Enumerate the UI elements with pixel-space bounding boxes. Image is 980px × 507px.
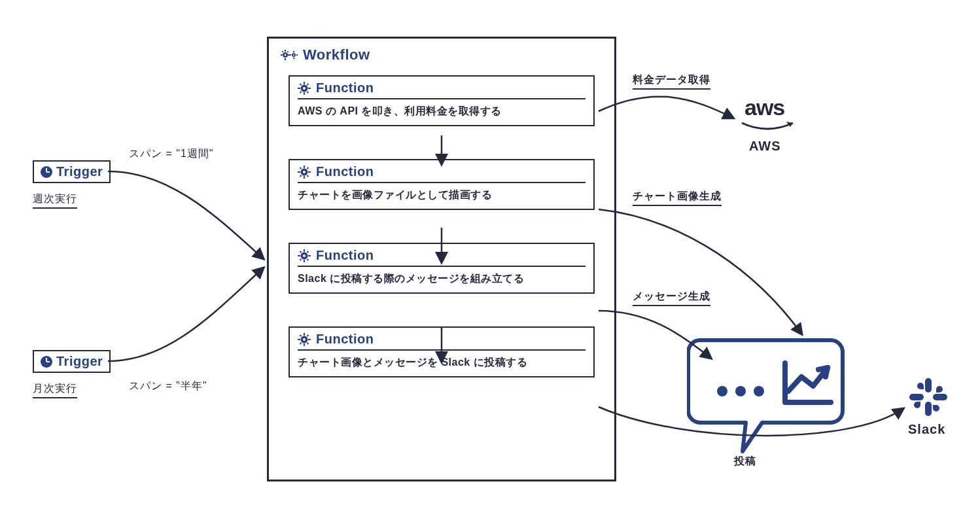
message-bubble-icon <box>687 334 857 457</box>
svg-rect-25 <box>304 166 305 168</box>
function-title: Function <box>316 164 374 179</box>
svg-rect-21 <box>300 91 302 94</box>
slack-logo-icon <box>908 377 949 420</box>
svg-point-43 <box>303 254 306 257</box>
trigger-weekly-caption: 週次実行 <box>33 192 77 209</box>
trigger-weekly: Trigger <box>33 160 111 183</box>
svg-rect-20 <box>307 83 309 86</box>
svg-rect-35 <box>304 249 305 252</box>
function-4: Function チャート画像とメッセージを Slack に投稿する <box>289 326 595 377</box>
svg-rect-30 <box>307 167 309 169</box>
svg-rect-37 <box>298 255 300 256</box>
function-desc: チャートを画像ファイルとして描画する <box>298 188 586 202</box>
svg-rect-58 <box>925 378 932 393</box>
clock-icon <box>41 166 52 178</box>
svg-rect-17 <box>298 88 300 89</box>
workflow-title: Workflow <box>303 46 370 63</box>
svg-rect-51 <box>300 342 302 345</box>
edge-label-message: メッセージ生成 <box>633 290 710 306</box>
svg-rect-26 <box>304 176 305 179</box>
svg-point-13 <box>293 54 294 56</box>
workflow-header: Workflow <box>281 46 603 63</box>
functions-list: Function AWS の API を叩き、利用料金を取得する <box>281 73 603 377</box>
svg-rect-6 <box>287 51 289 53</box>
svg-rect-18 <box>308 88 311 89</box>
function-desc: Slack に投稿する際のメッセージを組み立てる <box>298 272 586 286</box>
trigger-monthly-caption: 月次実行 <box>33 382 77 398</box>
edge-label-fetch: 料金データ取得 <box>633 73 710 90</box>
svg-rect-47 <box>298 339 300 340</box>
svg-rect-45 <box>304 333 305 336</box>
svg-rect-16 <box>304 92 305 95</box>
gear-icon <box>298 333 311 346</box>
trigger-title: Trigger <box>56 164 103 179</box>
trigger-monthly-span: スパン = "半年" <box>129 379 207 393</box>
svg-text:aws: aws <box>744 97 784 120</box>
function-3: Function Slack に投稿する際のメッセージを組み立てる <box>289 243 595 294</box>
svg-point-23 <box>303 87 306 90</box>
svg-rect-28 <box>308 171 311 173</box>
svg-rect-61 <box>909 394 924 400</box>
svg-rect-15 <box>304 82 305 84</box>
svg-rect-59 <box>933 394 947 400</box>
slack-label: Slack <box>908 422 945 437</box>
svg-rect-27 <box>298 171 300 173</box>
svg-rect-29 <box>300 167 302 169</box>
svg-point-57 <box>754 386 764 396</box>
function-title: Function <box>316 332 374 347</box>
gear-icon <box>298 249 311 262</box>
svg-rect-2 <box>285 58 286 60</box>
aws-logo-icon: aws <box>738 97 797 139</box>
svg-rect-31 <box>300 175 302 177</box>
svg-rect-3 <box>281 54 283 56</box>
svg-rect-39 <box>300 251 302 253</box>
svg-rect-32 <box>307 175 309 177</box>
svg-rect-46 <box>304 343 305 346</box>
function-desc: AWS の API を叩き、利用料金を取得する <box>298 105 586 118</box>
edge-label-chart: チャート画像生成 <box>633 190 722 206</box>
function-title: Function <box>316 80 374 96</box>
trigger-title: Trigger <box>56 354 103 369</box>
svg-rect-5 <box>282 51 284 53</box>
svg-rect-22 <box>307 91 309 94</box>
trigger-weekly-span: スパン = "1週間" <box>129 147 214 161</box>
aws-label: AWS <box>749 139 781 154</box>
svg-rect-19 <box>300 83 302 86</box>
gears-icon <box>281 48 299 61</box>
svg-rect-10 <box>293 58 294 59</box>
svg-point-55 <box>717 386 727 396</box>
gear-icon <box>298 166 311 179</box>
svg-rect-50 <box>307 334 309 337</box>
svg-rect-49 <box>300 334 302 337</box>
svg-point-56 <box>735 386 746 396</box>
svg-rect-36 <box>304 260 305 262</box>
svg-point-33 <box>303 171 306 173</box>
svg-point-7 <box>285 54 287 56</box>
svg-rect-1 <box>285 50 286 52</box>
svg-rect-41 <box>300 258 302 261</box>
trigger-monthly: Trigger <box>33 350 111 373</box>
function-desc: チャート画像とメッセージを Slack に投稿する <box>298 356 586 370</box>
svg-rect-52 <box>307 342 309 345</box>
svg-rect-38 <box>308 255 311 256</box>
svg-rect-42 <box>307 258 309 261</box>
svg-rect-48 <box>308 339 311 340</box>
workflow-box: Workflow <box>267 37 616 481</box>
svg-rect-9 <box>293 51 294 52</box>
svg-rect-60 <box>925 402 932 416</box>
function-title: Function <box>316 248 374 263</box>
svg-rect-40 <box>307 251 309 253</box>
clock-icon <box>41 356 52 368</box>
svg-point-53 <box>303 338 306 341</box>
svg-rect-11 <box>290 54 291 56</box>
svg-rect-12 <box>296 54 298 56</box>
function-2: Function チャートを画像ファイルとして描画する <box>289 159 595 210</box>
svg-rect-4 <box>288 54 290 56</box>
function-1: Function AWS の API を叩き、利用料金を取得する <box>289 75 595 126</box>
gear-icon <box>298 82 311 95</box>
